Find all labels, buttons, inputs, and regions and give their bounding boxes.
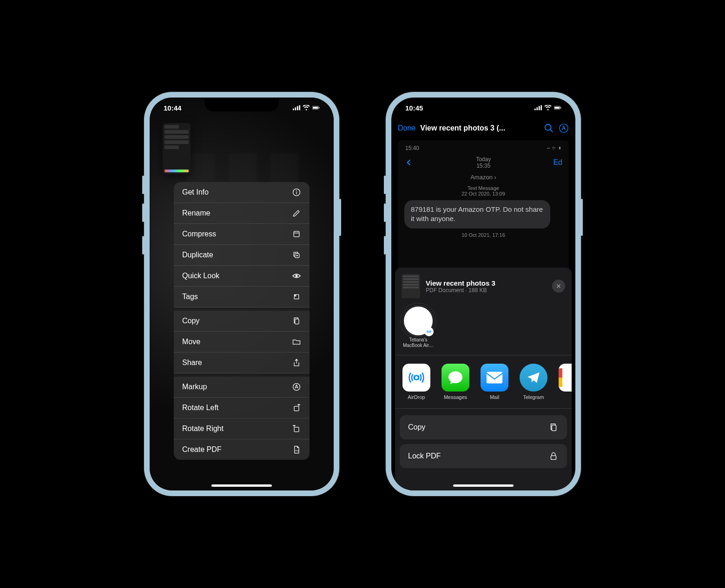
svg-rect-38 (551, 456, 556, 459)
menu-rotate-right[interactable]: Rotate Right (174, 418, 310, 439)
svg-rect-11 (294, 231, 299, 237)
rotate-left-icon (292, 403, 301, 412)
folder-icon (292, 337, 301, 346)
cellular-icon (534, 105, 542, 111)
menu-label: Copy (182, 317, 199, 325)
pencil-icon (292, 209, 301, 218)
lock-icon (548, 451, 559, 461)
doc-contact: Amazon › (398, 174, 569, 181)
info-icon (292, 188, 301, 197)
share-action-list: Copy Lock PDF (395, 409, 572, 468)
share-app-airdrop[interactable]: AirDrop (402, 364, 431, 400)
svg-line-32 (550, 130, 553, 132)
share-thumbnail (402, 274, 420, 298)
menu-compress[interactable]: Compress (174, 224, 310, 245)
back-chevron-icon (404, 158, 414, 167)
home-indicator[interactable] (211, 484, 272, 487)
share-app-messages[interactable]: Messages (441, 364, 470, 400)
share-app-more[interactable] (558, 364, 572, 400)
close-button[interactable] (552, 280, 565, 293)
file-preview-thumbnail[interactable] (163, 123, 191, 174)
menu-copy[interactable]: Copy (174, 311, 310, 332)
phone-right: 10:45 Done View recent photos 3 (... 15:… (386, 92, 581, 496)
share-app-row[interactable]: AirDrop Messages Mail (395, 355, 572, 409)
svg-point-31 (545, 124, 551, 131)
doc-msg-meta-date: 22 Oct 2020, 13:09 (398, 191, 569, 196)
svg-point-17 (295, 295, 296, 296)
menu-label: Compress (182, 230, 216, 238)
menu-label: Move (182, 338, 200, 346)
airdrop-avatar (404, 307, 433, 335)
markup-nav-icon[interactable] (559, 123, 569, 133)
svg-rect-0 (293, 109, 294, 111)
battery-icon (312, 105, 320, 111)
menu-label: Markup (182, 383, 207, 391)
menu-rotate-left[interactable]: Rotate Left (174, 398, 310, 418)
svg-rect-2 (297, 106, 298, 110)
svg-rect-20 (294, 406, 299, 411)
done-button[interactable]: Done (398, 124, 415, 132)
svg-rect-37 (552, 425, 556, 431)
airdrop-targets: Tetiana's MacBook Air… (395, 304, 572, 355)
notch (204, 98, 279, 111)
menu-markup[interactable]: Markup (174, 377, 310, 398)
svg-rect-29 (554, 107, 560, 109)
menu-label: Create PDF (182, 445, 221, 454)
share-subtitle: PDF Document · 188 KB (426, 287, 547, 294)
pdf-icon: PDF (292, 445, 301, 454)
close-icon (555, 283, 562, 289)
svg-rect-30 (560, 107, 561, 109)
action-copy[interactable]: Copy (400, 415, 567, 439)
doc-msg-meta-type: Text Message (398, 185, 569, 191)
screen-right: 10:45 Done View recent photos 3 (... 15:… (391, 98, 575, 490)
menu-duplicate[interactable]: Duplicate (174, 245, 310, 266)
archive-icon (292, 229, 301, 239)
copy-icon (548, 422, 559, 432)
menu-get-info[interactable]: Get Info (174, 182, 310, 203)
svg-rect-6 (313, 107, 318, 109)
menu-move[interactable]: Move (174, 332, 310, 353)
svg-rect-18 (295, 319, 299, 324)
doc-today-time: 15:35 (476, 163, 491, 169)
svg-rect-23 (534, 109, 536, 111)
doc-msg-date2: 10 Oct 2021, 17:16 (398, 232, 569, 238)
notch (446, 98, 521, 111)
menu-share[interactable]: Share (174, 353, 310, 373)
svg-rect-7 (319, 107, 319, 109)
copy-icon (292, 316, 301, 326)
svg-rect-24 (536, 107, 538, 110)
menu-label: Share (182, 359, 202, 367)
status-icons (293, 105, 320, 111)
status-icons (534, 105, 561, 111)
svg-point-16 (296, 275, 298, 277)
doc-edit-label: Ed (553, 158, 562, 167)
messages-icon (447, 369, 464, 386)
duplicate-icon (292, 250, 301, 260)
search-icon[interactable] (544, 123, 554, 133)
share-app-telegram[interactable]: Telegram (519, 364, 548, 400)
svg-rect-26 (540, 105, 542, 111)
doc-inner-time: 15:40 (405, 145, 419, 151)
doc-inner-status-icons: ⋯ ᯤ ▮ (547, 145, 561, 151)
share-app-mail[interactable]: Mail (480, 364, 509, 400)
action-lock-pdf[interactable]: Lock PDF (400, 444, 567, 468)
menu-create-pdf[interactable]: Create PDF PDF (174, 439, 310, 460)
wifi-icon (544, 105, 552, 111)
home-indicator[interactable] (453, 484, 514, 487)
mail-icon (486, 371, 503, 384)
screen-left: 10:44 Get Info Rename Comp (150, 98, 334, 490)
battery-icon (554, 105, 561, 111)
menu-tags[interactable]: Tags (174, 287, 310, 307)
message-bubble: 879181 is your Amazon OTP. Do not share … (404, 200, 550, 229)
app-label: Messages (441, 394, 470, 400)
menu-rename[interactable]: Rename (174, 203, 310, 224)
svg-text:PDF: PDF (296, 450, 300, 452)
telegram-icon (526, 370, 541, 385)
tag-icon (292, 292, 301, 301)
menu-quick-look[interactable]: Quick Look (174, 266, 310, 287)
app-label: AirDrop (402, 394, 431, 400)
svg-rect-21 (294, 427, 299, 432)
wifi-icon (303, 105, 310, 111)
airdrop-target[interactable]: Tetiana's MacBook Air… (402, 307, 435, 348)
action-label: Copy (408, 423, 425, 431)
